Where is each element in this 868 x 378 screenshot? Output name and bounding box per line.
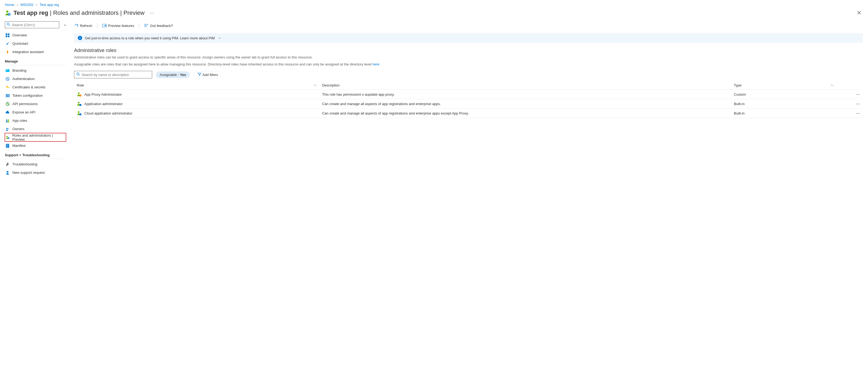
row-more-icon[interactable]: ··· xyxy=(836,109,863,118)
row-more-icon[interactable]: ··· xyxy=(836,90,863,99)
svg-point-34 xyxy=(145,24,146,26)
sidebar-item-owners[interactable]: Owners xyxy=(5,125,66,133)
svg-rect-42 xyxy=(80,113,81,115)
col-type[interactable]: Type↑↓ xyxy=(731,81,836,90)
role-type: Built-in xyxy=(731,99,836,109)
svg-point-35 xyxy=(77,73,79,75)
svg-rect-8 xyxy=(6,35,7,37)
sidebar-item-certificates[interactable]: Certificates & secrets xyxy=(5,83,66,91)
breadcrumb-home[interactable]: Home xyxy=(5,3,14,7)
svg-rect-6 xyxy=(6,33,7,35)
svg-point-41 xyxy=(78,111,80,113)
breadcrumb-org[interactable]: MSODS xyxy=(21,3,33,7)
sidebar-item-label: Integration assistant xyxy=(12,50,43,54)
role-name: Cloud application administrator xyxy=(84,111,132,115)
svg-rect-12 xyxy=(6,70,8,70)
sidebar-item-label: Authentication xyxy=(12,77,34,81)
preview-icon xyxy=(102,24,107,28)
sidebar-item-overview[interactable]: Overview xyxy=(5,31,66,39)
svg-rect-17 xyxy=(6,94,7,97)
add-filters-label: Add filters xyxy=(203,73,218,77)
here-link[interactable]: here xyxy=(372,62,379,66)
title-app-name: Test app reg xyxy=(13,9,48,16)
filter-icon xyxy=(198,73,202,77)
sidebar-search-input[interactable] xyxy=(12,23,57,27)
sidebar-search[interactable] xyxy=(5,21,59,28)
col-role[interactable]: Role↑↓ xyxy=(74,81,319,90)
sort-icon: ↑↓ xyxy=(830,83,834,87)
breadcrumb-app[interactable]: Test app reg xyxy=(39,3,59,7)
sidebar-item-troubleshooting[interactable]: Troubleshooting xyxy=(5,160,66,168)
sidebar-item-label: Troubleshooting xyxy=(12,162,37,166)
svg-rect-15 xyxy=(7,87,9,88)
sidebar-item-label: Owners xyxy=(12,127,25,131)
svg-rect-38 xyxy=(80,94,81,96)
svg-rect-30 xyxy=(6,146,8,147)
command-divider xyxy=(139,23,139,28)
sidebar-item-label: App roles xyxy=(12,119,27,123)
sidebar-item-label: Roles and administrators | Preview xyxy=(12,134,65,141)
svg-point-10 xyxy=(8,42,8,43)
sidebar-item-integration-assistant[interactable]: Integration assistant xyxy=(5,48,66,56)
wrench-icon xyxy=(5,162,10,167)
refresh-button[interactable]: Refresh xyxy=(74,24,92,28)
close-button[interactable] xyxy=(855,10,863,17)
role-description: Can create and manage all aspects of app… xyxy=(319,99,731,109)
sidebar-section-support: Support + Troubleshooting xyxy=(5,150,66,159)
sidebar-item-quickstart[interactable]: Quickstart xyxy=(5,39,66,48)
sidebar-item-app-roles[interactable]: App roles xyxy=(5,116,66,125)
sidebar-item-authentication[interactable]: Authentication xyxy=(5,75,66,83)
arrow-right-icon: → xyxy=(218,36,221,40)
content: Refresh Preview features Got feedback? i… xyxy=(69,21,868,378)
preview-features-button[interactable]: Preview features xyxy=(102,24,134,28)
sidebar-item-manifest[interactable]: Manifest xyxy=(5,141,66,150)
row-more-icon[interactable]: ··· xyxy=(836,99,863,109)
rocket-assistant-icon xyxy=(5,50,10,54)
sidebar-item-branding[interactable]: Branding xyxy=(5,66,66,75)
sidebar-item-expose-api[interactable]: Expose an API xyxy=(5,108,66,116)
svg-point-0 xyxy=(6,10,8,13)
sidebar-item-roles-admins[interactable]: Roles and administrators | Preview xyxy=(5,133,66,141)
search-icon xyxy=(7,23,10,27)
token-icon xyxy=(5,93,10,98)
col-description[interactable]: Description xyxy=(319,81,731,90)
svg-point-39 xyxy=(78,102,80,104)
overview-icon xyxy=(5,33,10,37)
owners-icon xyxy=(5,127,10,131)
table-row[interactable]: Application administrator Can create and… xyxy=(74,99,863,109)
svg-rect-2 xyxy=(9,13,9,14)
title-more-icon[interactable]: ⋯ xyxy=(150,10,154,16)
svg-rect-7 xyxy=(8,33,9,35)
role-search-input[interactable] xyxy=(82,73,150,77)
sidebar-item-label: Quickstart xyxy=(12,41,28,46)
section-desc-2-text: Assignable roles are roles that can be a… xyxy=(74,62,372,66)
table-row[interactable]: Cloud application administrator Can crea… xyxy=(74,109,863,118)
pim-info-banner[interactable]: i Get just-in-time access to a role when… xyxy=(74,33,863,43)
sidebar-item-label: API permissions xyxy=(12,102,38,106)
collapse-sidebar-icon[interactable]: « xyxy=(64,23,66,27)
key-icon xyxy=(5,85,10,89)
section-title: Administrative roles xyxy=(74,48,863,53)
sidebar-item-label: New support request xyxy=(12,171,45,175)
role-search[interactable] xyxy=(74,71,152,79)
roles-admins-icon xyxy=(5,135,10,140)
title-page: Roles and administrators xyxy=(53,9,119,16)
svg-rect-9 xyxy=(8,35,9,37)
svg-point-24 xyxy=(8,128,9,129)
svg-rect-29 xyxy=(6,145,9,146)
sidebar-item-api-permissions[interactable]: API permissions xyxy=(5,100,66,108)
add-filters-button[interactable]: Add filters xyxy=(194,71,222,79)
sidebar-item-label: Branding xyxy=(12,68,26,72)
feedback-button[interactable]: Got feedback? xyxy=(144,24,173,28)
svg-rect-18 xyxy=(7,94,8,97)
svg-rect-3 xyxy=(9,14,9,15)
svg-line-36 xyxy=(79,75,80,76)
feedback-icon xyxy=(144,24,148,28)
role-description: This role has permissiont o aupdate app … xyxy=(319,90,731,99)
table-row[interactable]: App Proxy Administrator This role has pe… xyxy=(74,90,863,99)
sidebar-item-new-support[interactable]: New support request xyxy=(5,168,66,177)
assignable-filter-pill[interactable]: Assignable : Yes xyxy=(156,71,190,78)
sidebar-item-token-config[interactable]: Token configuration xyxy=(5,91,66,100)
sidebar-item-label: Certificates & secrets xyxy=(12,85,45,89)
people-icon xyxy=(5,119,10,123)
